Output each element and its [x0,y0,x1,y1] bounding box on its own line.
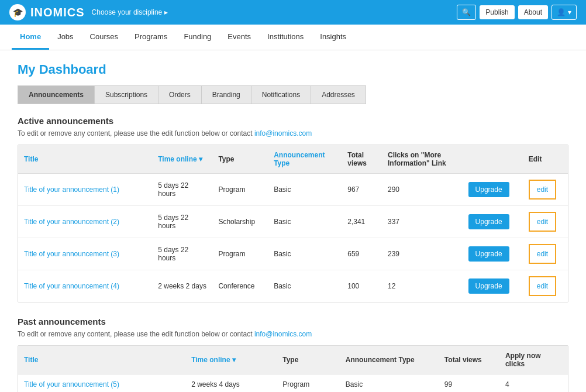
col-upgrade-header [463,145,523,174]
type-4: Conference [212,270,268,302]
nav-item-events[interactable]: Events [219,25,259,50]
active-section-title: Active announcements [18,116,568,126]
nav-item-home[interactable]: Home [12,25,49,50]
about-button[interactable]: About [518,5,548,19]
edit-btn-1[interactable]: edit [532,182,553,197]
ann-type-3: Basic [268,238,342,270]
table-row: Title of your announcement (2) 5 days 22… [18,206,568,238]
user-arrow-icon: ▾ [568,8,571,16]
user-menu-button[interactable]: 👤 ▾ [551,5,577,20]
logo-area: 🎓 INOMICS [9,4,85,20]
active-table-header: Title Time online ▾ Type Announcement Ty… [18,145,568,174]
edit-btn-2[interactable]: edit [532,214,553,229]
announcement-link-1[interactable]: Title of your announcement (1) [24,185,119,194]
nav-item-insights[interactable]: Insights [312,25,354,50]
type-2: Scholarship [212,206,268,238]
user-icon: 👤 [557,8,566,16]
header-left: 🎓 INOMICS Choose your discipline ▸ [9,4,168,20]
logo-icon: 🎓 [9,4,26,20]
active-announcements-table: Title Time online ▾ Type Announcement Ty… [18,145,568,302]
header: 🎓 INOMICS Choose your discipline ▸ 🔍 Pub… [0,0,586,25]
clicks-3: 239 [382,238,463,270]
table-row: Title of your announcement (1) 5 days 22… [18,174,568,206]
col-clicks: Clicks on "More Information" Link [382,145,463,174]
edit-btn-4[interactable]: edit [532,278,553,294]
past-section-subtitle: To edit or remove any content, please us… [18,330,568,338]
past-col-apply-clicks: Apply now clicks [499,346,568,374]
upgrade-btn-2[interactable]: Upgrade [468,214,509,229]
past-section-title: Past announcements [18,317,568,326]
past-time-5: 2 weeks 4 days [185,374,277,393]
upgrade-btn-4[interactable]: Upgrade [468,278,509,294]
tab-branding[interactable]: Branding [201,85,251,104]
views-2: 2,341 [342,206,382,238]
upgrade-btn-1[interactable]: Upgrade [468,182,509,197]
col-edit-header: Edit [523,145,568,174]
edit-btn-3[interactable]: edit [532,246,553,262]
announcement-link-2[interactable]: Title of your announcement (2) [24,218,119,226]
past-col-title[interactable]: Title [18,346,185,374]
col-total-views: Total views [342,145,382,174]
time-2: 5 days 22 hours [152,206,212,238]
col-type: Type [212,145,268,174]
discipline-link[interactable]: Choose your discipline ▸ [92,8,168,16]
col-announcement-type[interactable]: Announcement Type [268,145,342,174]
past-announcements-table: Title Time online ▾ Type Announcement Ty… [18,345,568,392]
main-content: My Dashboard Announcements Subscriptions… [0,50,586,392]
dashboard-tabs: Announcements Subscriptions Orders Brand… [18,85,568,104]
tab-orders[interactable]: Orders [158,85,201,104]
clicks-1: 290 [382,174,463,206]
nav-item-programs[interactable]: Programs [126,25,175,50]
nav-item-institutions[interactable]: Institutions [259,25,312,50]
announcement-link-3[interactable]: Title of your announcement (3) [24,250,119,258]
past-col-announcement-type: Announcement Type [340,346,439,374]
tab-notifications[interactable]: Notifications [251,85,311,104]
past-views-5: 99 [439,374,499,393]
type-3: Program [212,238,268,270]
table-row: Title of your announcement (4) 2 weeks 2… [18,270,568,302]
ann-type-4: Basic [268,270,342,302]
clicks-2: 337 [382,206,463,238]
nav-item-courses[interactable]: Courses [82,25,126,50]
nav-item-funding[interactable]: Funding [175,25,219,50]
ann-type-1: Basic [268,174,342,206]
past-col-total-views: Total views [439,346,499,374]
past-col-type: Type [277,346,340,374]
past-ann-type-5: Basic [340,374,439,393]
active-section-subtitle: To edit or remove any content, please us… [18,129,568,137]
main-nav: Home Jobs Courses Programs Funding Event… [0,25,586,50]
page-title: My Dashboard [18,62,568,77]
col-time-online[interactable]: Time online ▾ [152,145,212,174]
active-contact-email[interactable]: info@inomics.com [254,129,312,137]
past-col-time-online[interactable]: Time online ▾ [185,346,277,374]
tab-announcements[interactable]: Announcements [18,85,94,104]
table-row: Title of your announcement (3) 5 days 22… [18,238,568,270]
past-table-header: Title Time online ▾ Type Announcement Ty… [18,346,568,374]
past-contact-email[interactable]: info@inomics.com [254,330,312,338]
table-row: Title of your announcement (5) 2 weeks 4… [18,374,568,393]
past-announcement-link-5[interactable]: Title of your announcement (5) [24,380,119,388]
col-title[interactable]: Title [18,145,152,174]
ann-type-2: Basic [268,206,342,238]
views-4: 100 [342,270,382,302]
time-1: 5 days 22 hours [152,174,212,206]
logo-text: INOMICS [30,6,85,19]
announcement-link-4[interactable]: Title of your announcement (4) [24,282,119,290]
search-button[interactable]: 🔍 [457,5,476,20]
header-right: 🔍 Publish About 👤 ▾ [457,5,577,20]
past-clicks-5: 4 [499,374,568,393]
tab-subscriptions[interactable]: Subscriptions [94,85,158,104]
nav-item-jobs[interactable]: Jobs [49,25,81,50]
time-4: 2 weeks 2 days [152,270,212,302]
tab-addresses[interactable]: Addresses [311,85,366,104]
views-3: 659 [342,238,382,270]
upgrade-btn-3[interactable]: Upgrade [468,246,509,262]
clicks-4: 12 [382,270,463,302]
publish-button[interactable]: Publish [480,5,514,19]
type-1: Program [212,174,268,206]
time-3: 5 days 22 hours [152,238,212,270]
past-type-5: Program [277,374,340,393]
views-1: 967 [342,174,382,206]
